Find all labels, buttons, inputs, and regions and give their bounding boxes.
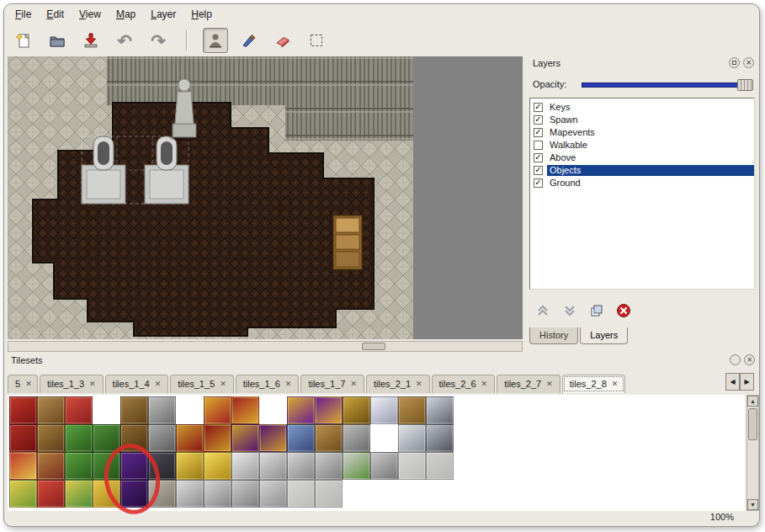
layer-visibility-checkbox[interactable] xyxy=(534,178,543,188)
scroll-tabs-right-icon[interactable]: ▶ xyxy=(740,373,754,391)
tileset-tile-throne-red-left[interactable] xyxy=(204,396,231,424)
map-canvas[interactable] xyxy=(8,56,523,339)
tab-close-icon[interactable]: ✕ xyxy=(481,380,488,388)
tileset-tile-plant-2[interactable] xyxy=(93,424,120,452)
tileset-tile-horn-gold[interactable] xyxy=(93,480,120,508)
tileset-tab[interactable]: tiles_2_6 ✕ xyxy=(432,375,496,393)
redo-button[interactable]: ↷ xyxy=(146,28,171,53)
layer-visibility-checkbox[interactable] xyxy=(534,115,543,125)
tileset-tile-book-shelf[interactable] xyxy=(37,452,65,480)
tileset-tile-chain-gold[interactable] xyxy=(176,452,204,480)
tileset-tile-frame-gold[interactable] xyxy=(343,396,370,424)
tileset-tile-rock-gray[interactable] xyxy=(148,480,176,508)
tileset-tile-empty[interactable] xyxy=(259,396,287,424)
tileset-tile-angel-statue-5[interactable] xyxy=(204,480,231,508)
tileset-tile-loom-wood-2[interactable] xyxy=(37,424,65,452)
tileset-tile-plant-1[interactable] xyxy=(65,424,93,452)
opacity-slider-handle[interactable] xyxy=(737,79,753,91)
tileset-tile-empty[interactable] xyxy=(343,480,370,508)
tab-close-icon[interactable]: ✕ xyxy=(25,380,32,388)
tileset-tile-throne-purple-right-2[interactable] xyxy=(259,424,287,452)
tileset-tile-chest-wood[interactable] xyxy=(398,396,426,424)
tileset-tile-throne-purple-left-2[interactable] xyxy=(231,424,259,452)
tileset-tab[interactable]: tiles_1_3 ✕ xyxy=(40,375,104,393)
scroll-tabs-left-icon[interactable]: ◀ xyxy=(725,373,740,391)
menu-item[interactable]: File xyxy=(8,6,39,23)
tileset-tile-cabinet-brown-2[interactable] xyxy=(120,424,148,452)
layer-visibility-checkbox[interactable] xyxy=(534,166,543,175)
open-map-button[interactable] xyxy=(45,28,70,53)
tileset-tab[interactable]: tiles_2_1 ✕ xyxy=(366,375,430,393)
undo-button[interactable]: ↶ xyxy=(112,28,137,53)
map-hscrollbar[interactable] xyxy=(8,341,523,352)
tileset-tab[interactable]: tiles_2_8 ✕ xyxy=(562,375,626,393)
tileset-tile-stone-tile-2[interactable] xyxy=(426,452,454,480)
tileset-tile-throne-red-right-2[interactable] xyxy=(204,424,231,452)
tileset-tab[interactable]: 5 ✕ xyxy=(8,375,38,393)
tileset-vscrollbar[interactable]: ▲ ▼ xyxy=(746,395,759,511)
tileset-tile-empty[interactable] xyxy=(398,480,426,508)
tileset-tile-statue-white[interactable] xyxy=(231,452,259,480)
tileset-tab[interactable]: tiles_1_5 ✕ xyxy=(170,375,234,393)
duplicate-layer-button[interactable] xyxy=(588,302,605,319)
layer-visibility-checkbox[interactable] xyxy=(534,153,543,162)
tileset-tile-frame-white[interactable] xyxy=(370,396,398,424)
save-map-button[interactable] xyxy=(78,28,104,53)
layer-visibility-checkbox[interactable] xyxy=(534,141,543,150)
tileset-tile-obelisk-gray[interactable] xyxy=(343,424,370,452)
tileset-tile-empty[interactable] xyxy=(93,396,120,424)
lower-layer-button[interactable] xyxy=(561,302,578,319)
tileset-tab[interactable]: tiles_1_4 ✕ xyxy=(105,375,169,393)
stamp-tool-button[interactable] xyxy=(203,28,228,53)
tileset-vscrollbar-thumb[interactable] xyxy=(748,408,757,440)
menu-item[interactable]: Layer xyxy=(143,6,183,23)
tileset-tile-cabinet-gray-2[interactable] xyxy=(148,424,176,452)
float-panel-icon[interactable] xyxy=(729,57,740,68)
tileset-tile-plant-4[interactable] xyxy=(93,452,120,480)
tab-close-icon[interactable]: ✕ xyxy=(612,380,619,388)
tileset-tile-gold-pile[interactable] xyxy=(204,452,231,480)
tab-close-icon[interactable]: ✕ xyxy=(285,380,292,388)
layer-row[interactable]: Keys xyxy=(530,101,754,114)
panel-tab[interactable]: Layers xyxy=(580,327,628,344)
tileset-tile-angel-statue-4[interactable] xyxy=(176,480,204,508)
layer-row[interactable]: Objects xyxy=(530,164,754,177)
tab-close-icon[interactable]: ✕ xyxy=(220,380,226,388)
tileset-tile-pillar-base[interactable] xyxy=(259,480,287,508)
tileset-tab[interactable]: tiles_2_7 ✕ xyxy=(497,375,560,393)
tileset-tile-empty[interactable] xyxy=(176,396,204,424)
tileset-tile-cabinet-brown[interactable] xyxy=(120,396,148,424)
tileset-tile-angel-statue-2[interactable] xyxy=(287,452,315,480)
tileset-tile-cabinet-dark[interactable] xyxy=(148,452,176,480)
tileset-tile-stone-tile-4[interactable] xyxy=(315,480,343,508)
tileset-tile-throne-red-left-2[interactable] xyxy=(176,424,204,452)
tileset-tile-crate-wood[interactable] xyxy=(315,424,343,452)
menu-item[interactable]: View xyxy=(72,6,109,23)
tileset-tile-angel-statue-6[interactable] xyxy=(231,480,259,508)
layer-row[interactable]: Above xyxy=(530,152,754,164)
close-panel-icon[interactable]: ✕ xyxy=(744,354,755,365)
tileset-tile-cabinet-purple-2[interactable] xyxy=(120,480,148,508)
tileset-tile-armor-knight[interactable] xyxy=(426,396,454,424)
tileset-tile-armor-silver[interactable] xyxy=(398,424,426,452)
tileset-tile-pot-red-2[interactable] xyxy=(37,480,65,508)
panel-tab[interactable]: History xyxy=(529,327,578,344)
tileset-tile-empty[interactable] xyxy=(370,480,398,508)
tileset-tile-plant-3[interactable] xyxy=(65,452,93,480)
raise-layer-button[interactable] xyxy=(534,302,551,319)
tileset-tile-stone-tile-3[interactable] xyxy=(287,480,315,508)
layer-row[interactable]: Mapevents xyxy=(530,126,754,139)
tileset-tile-pot-red[interactable] xyxy=(65,396,93,424)
tab-close-icon[interactable]: ✕ xyxy=(546,380,553,388)
tileset-tile-banner-gold[interactable] xyxy=(9,480,37,508)
layer-row[interactable]: Walkable xyxy=(530,139,754,152)
tileset-tile-throne-purple-left[interactable] xyxy=(287,396,315,424)
tileset-tile-angel-statue-1[interactable] xyxy=(259,452,287,480)
tab-close-icon[interactable]: ✕ xyxy=(89,380,96,388)
tileset-tile-frame-art[interactable] xyxy=(287,424,315,452)
layer-visibility-checkbox[interactable] xyxy=(534,128,543,137)
close-panel-icon[interactable]: ✕ xyxy=(743,57,754,68)
tileset-tile-cabinet-gray[interactable] xyxy=(148,396,176,424)
opacity-slider[interactable] xyxy=(582,82,753,88)
tileset-tile-vase-plant[interactable] xyxy=(343,452,370,480)
